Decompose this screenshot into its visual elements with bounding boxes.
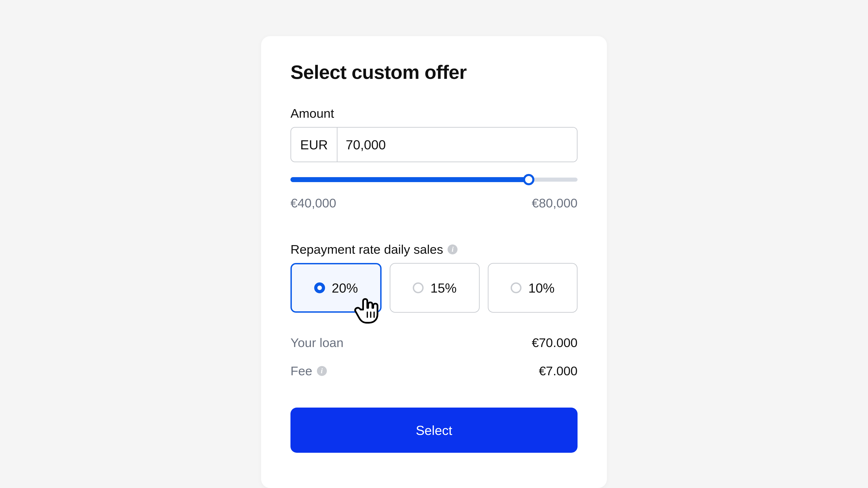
info-icon[interactable]: i xyxy=(317,366,327,376)
slider-thumb[interactable] xyxy=(523,174,534,185)
slider-fill xyxy=(290,177,532,182)
currency-prefix: EUR xyxy=(291,128,338,162)
repayment-option-15[interactable]: 15% xyxy=(390,263,479,313)
info-icon[interactable]: i xyxy=(447,245,458,254)
radio-icon xyxy=(413,283,424,293)
radio-label: 20% xyxy=(332,281,358,295)
radio-icon xyxy=(510,283,522,293)
repayment-option-10[interactable]: 10% xyxy=(488,263,578,313)
summary-loan-label: Your loan xyxy=(290,335,344,350)
summary-fee-label: Fee i xyxy=(290,363,327,378)
page-title: Select custom offer xyxy=(290,61,578,84)
radio-label: 10% xyxy=(528,281,555,295)
radio-icon xyxy=(314,283,325,293)
offer-card: Select custom offer Amount EUR €40,000 €… xyxy=(261,36,607,488)
repayment-label-text: Repayment rate daily sales xyxy=(290,242,443,257)
summary-fee-label-text: Fee xyxy=(290,363,312,378)
repayment-options: 20% 15% 10% xyxy=(290,263,578,313)
radio-label: 15% xyxy=(430,281,457,295)
amount-input[interactable] xyxy=(338,128,577,162)
slider-range-labels: €40,000 €80,000 xyxy=(290,196,578,210)
summary-fee-value: €7.000 xyxy=(539,363,578,378)
summary-loan-value: €70.000 xyxy=(532,335,578,350)
summary-fee-row: Fee i €7.000 xyxy=(290,363,578,378)
repayment-option-20[interactable]: 20% xyxy=(290,263,381,313)
amount-label: Amount xyxy=(290,106,578,121)
repayment-label: Repayment rate daily sales i xyxy=(290,242,578,257)
summary-loan-row: Your loan €70.000 xyxy=(290,335,578,350)
amount-slider[interactable] xyxy=(290,177,578,182)
amount-input-group[interactable]: EUR xyxy=(290,127,578,162)
slider-max-label: €80,000 xyxy=(532,196,578,210)
slider-min-label: €40,000 xyxy=(290,196,336,210)
select-button[interactable]: Select xyxy=(290,408,578,453)
